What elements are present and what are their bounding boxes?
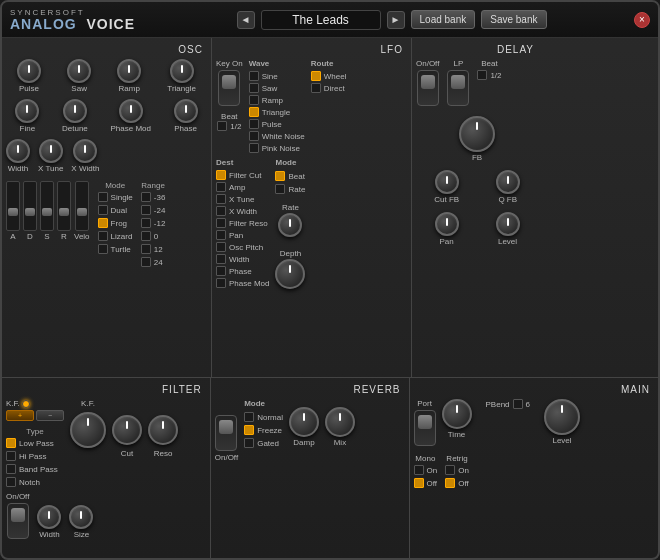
phase-knob[interactable] bbox=[174, 99, 198, 123]
mono-on[interactable]: On bbox=[414, 465, 438, 475]
dest-osc-pitch[interactable]: Osc Pitch bbox=[216, 242, 269, 252]
mono-off[interactable]: Off bbox=[414, 478, 438, 488]
dest-xtune[interactable]: X Tune bbox=[216, 194, 269, 204]
reverb-gated-cb[interactable] bbox=[244, 438, 254, 448]
filter-cut-knob[interactable] bbox=[112, 415, 142, 445]
mode-turtle[interactable]: Turtle bbox=[98, 244, 133, 254]
reverb-mode-gated[interactable]: Gated bbox=[244, 438, 283, 448]
close-button[interactable]: × bbox=[634, 12, 650, 28]
wave-white-noise-cb[interactable] bbox=[249, 131, 259, 141]
lfo-mode-beat-cb[interactable] bbox=[275, 171, 285, 181]
reverb-mode-freeze[interactable]: Freeze bbox=[244, 425, 283, 435]
mode-frog[interactable]: Frog bbox=[98, 218, 133, 228]
mode-single[interactable]: Single bbox=[98, 192, 133, 202]
phase-mod-knob[interactable] bbox=[119, 99, 143, 123]
delay-level-knob[interactable] bbox=[496, 212, 520, 236]
saw-knob[interactable] bbox=[67, 59, 91, 83]
filter-width-knob[interactable] bbox=[37, 505, 61, 529]
load-bank-button[interactable]: Load bank bbox=[411, 10, 476, 29]
range-neg24[interactable]: -24 bbox=[141, 205, 166, 215]
lfo-mode-beat[interactable]: Beat bbox=[275, 171, 305, 181]
filter-size-knob[interactable] bbox=[69, 505, 93, 529]
delay-lp-toggle[interactable] bbox=[447, 70, 469, 106]
mode-lizard[interactable]: Lizard bbox=[98, 231, 133, 241]
range-neg36[interactable]: -36 bbox=[141, 192, 166, 202]
velo-slider[interactable] bbox=[75, 181, 89, 231]
lfo-depth-knob[interactable] bbox=[275, 259, 305, 289]
range-neg12-cb[interactable] bbox=[141, 218, 151, 228]
wave-sine-cb[interactable] bbox=[249, 71, 259, 81]
reverb-on-off-toggle[interactable] bbox=[215, 415, 237, 451]
dest-filter-cut-cb[interactable] bbox=[216, 170, 226, 180]
retrig-off-cb[interactable] bbox=[445, 478, 455, 488]
triangle-knob[interactable] bbox=[170, 59, 194, 83]
mode-lizard-cb[interactable] bbox=[98, 231, 108, 241]
reverb-freeze-cb[interactable] bbox=[244, 425, 254, 435]
wave-pink-noise[interactable]: Pink Noise bbox=[249, 143, 305, 153]
wave-pink-noise-cb[interactable] bbox=[249, 143, 259, 153]
filter-type-bandpass[interactable]: Band Pass bbox=[6, 464, 64, 474]
dest-filter-reso[interactable]: Filter Reso bbox=[216, 218, 269, 228]
reverb-damp-knob[interactable] bbox=[289, 407, 319, 437]
xtune-knob[interactable] bbox=[39, 139, 63, 163]
reverb-mix-knob[interactable] bbox=[325, 407, 355, 437]
pulse-knob[interactable] bbox=[17, 59, 41, 83]
range-0[interactable]: 0 bbox=[141, 231, 166, 241]
range-24[interactable]: 24 bbox=[141, 257, 166, 267]
delay-beat-cb[interactable] bbox=[477, 70, 487, 80]
delay-cut-fb-knob[interactable] bbox=[435, 170, 459, 194]
route-wheel-cb[interactable] bbox=[311, 71, 321, 81]
mono-on-cb[interactable] bbox=[414, 465, 424, 475]
range-neg12[interactable]: -12 bbox=[141, 218, 166, 228]
mode-frog-cb[interactable] bbox=[98, 218, 108, 228]
dest-phase[interactable]: Phase bbox=[216, 266, 269, 276]
width-knob[interactable] bbox=[6, 139, 30, 163]
route-direct-cb[interactable] bbox=[311, 83, 321, 93]
dest-phase-mod-cb[interactable] bbox=[216, 278, 226, 288]
mono-off-cb[interactable] bbox=[414, 478, 424, 488]
filter-type-lowpass[interactable]: Low Pass bbox=[6, 438, 64, 448]
sustain-slider[interactable] bbox=[40, 181, 54, 231]
lfo-key-on-toggle[interactable] bbox=[218, 70, 240, 106]
wave-saw-cb[interactable] bbox=[249, 83, 259, 93]
dest-amp-cb[interactable] bbox=[216, 182, 226, 192]
wave-sine[interactable]: Sine bbox=[249, 71, 305, 81]
reverb-normal-cb[interactable] bbox=[244, 412, 254, 422]
wave-triangle[interactable]: Triangle bbox=[249, 107, 305, 117]
port-toggle[interactable] bbox=[414, 410, 436, 446]
release-slider[interactable] bbox=[57, 181, 71, 231]
filter-kf2-knob[interactable] bbox=[70, 412, 106, 448]
dest-filter-reso-cb[interactable] bbox=[216, 218, 226, 228]
delay-q-fb-knob[interactable] bbox=[496, 170, 520, 194]
filter-type-notch[interactable]: Notch bbox=[6, 477, 64, 487]
wave-pulse-cb[interactable] bbox=[249, 119, 259, 129]
range-neg36-cb[interactable] bbox=[141, 192, 151, 202]
filter-kf-plus-btn[interactable]: + bbox=[6, 410, 34, 421]
prev-preset-button[interactable]: ◄ bbox=[237, 11, 255, 29]
dest-amp[interactable]: Amp bbox=[216, 182, 269, 192]
dest-pan-cb[interactable] bbox=[216, 230, 226, 240]
delay-on-off-toggle[interactable] bbox=[417, 70, 439, 106]
filter-on-off-toggle[interactable] bbox=[7, 503, 29, 539]
wave-saw[interactable]: Saw bbox=[249, 83, 305, 93]
range-12-cb[interactable] bbox=[141, 244, 151, 254]
next-preset-button[interactable]: ► bbox=[387, 11, 405, 29]
filter-lowpass-cb[interactable] bbox=[6, 438, 16, 448]
dest-width-cb[interactable] bbox=[216, 254, 226, 264]
dest-osc-pitch-cb[interactable] bbox=[216, 242, 226, 252]
filter-kf-minus-btn[interactable]: − bbox=[36, 410, 64, 421]
retrig-on-cb[interactable] bbox=[445, 465, 455, 475]
time-knob[interactable] bbox=[442, 399, 472, 429]
dest-phase-cb[interactable] bbox=[216, 266, 226, 276]
filter-hipass-cb[interactable] bbox=[6, 451, 16, 461]
detune-knob[interactable] bbox=[63, 99, 87, 123]
dest-xwidth-cb[interactable] bbox=[216, 206, 226, 216]
decay-slider[interactable] bbox=[23, 181, 37, 231]
reverb-mode-normal[interactable]: Normal bbox=[244, 412, 283, 422]
dest-width[interactable]: Width bbox=[216, 254, 269, 264]
mode-single-cb[interactable] bbox=[98, 192, 108, 202]
range-0-cb[interactable] bbox=[141, 231, 151, 241]
xwidth-knob[interactable] bbox=[73, 139, 97, 163]
wave-pulse[interactable]: Pulse bbox=[249, 119, 305, 129]
route-direct[interactable]: Direct bbox=[311, 83, 347, 93]
